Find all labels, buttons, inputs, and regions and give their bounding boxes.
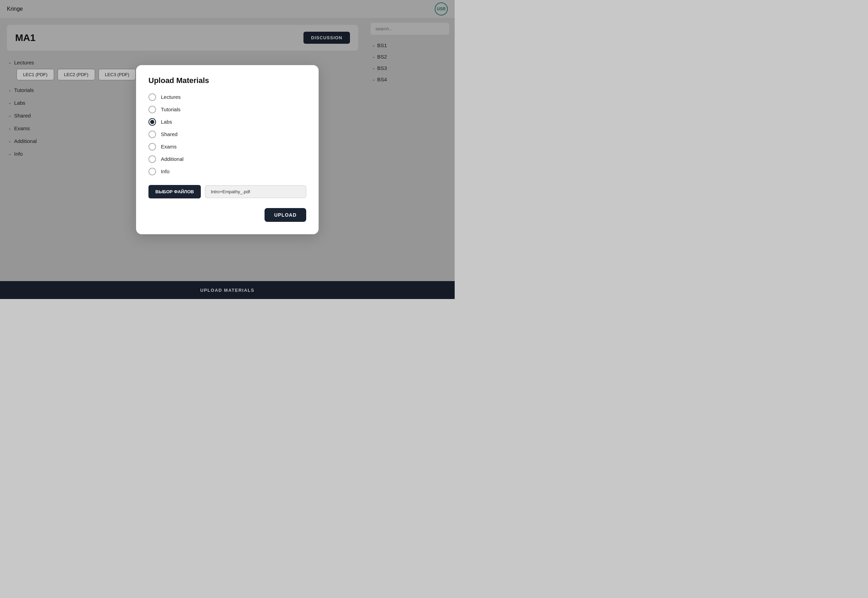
radio-label-exams: Exams	[161, 144, 177, 150]
radio-circle-shared	[148, 130, 156, 138]
radio-lectures[interactable]: Lectures	[148, 93, 306, 101]
modal-title: Upload Materials	[148, 76, 306, 85]
radio-circle-lectures	[148, 93, 156, 101]
radio-labs[interactable]: Labs	[148, 118, 306, 126]
radio-shared[interactable]: Shared	[148, 130, 306, 138]
radio-exams[interactable]: Exams	[148, 143, 306, 151]
radio-label-additional: Additional	[161, 156, 184, 162]
radio-label-info: Info	[161, 169, 169, 174]
upload-button[interactable]: UPLOAD	[264, 208, 306, 222]
modal-overlay[interactable]: Upload Materials Lectures Tutorials Labs…	[0, 0, 455, 299]
upload-modal: Upload Materials Lectures Tutorials Labs…	[136, 65, 318, 234]
radio-additional[interactable]: Additional	[148, 155, 306, 163]
radio-group: Lectures Tutorials Labs Shared Exams Add	[148, 93, 306, 175]
radio-circle-labs	[148, 118, 156, 126]
choose-files-button[interactable]: ВЫБОР ФАЙЛОВ	[148, 185, 201, 199]
radio-circle-info	[148, 168, 156, 175]
radio-label-lectures: Lectures	[161, 94, 181, 100]
radio-circle-exams	[148, 143, 156, 151]
radio-label-tutorials: Tutorials	[161, 106, 181, 112]
radio-circle-tutorials	[148, 106, 156, 113]
radio-tutorials[interactable]: Tutorials	[148, 106, 306, 113]
file-name-display: Intro+Empathy_.pdf	[205, 185, 306, 198]
radio-circle-additional	[148, 155, 156, 163]
file-row: ВЫБОР ФАЙЛОВ Intro+Empathy_.pdf	[148, 185, 306, 199]
radio-info[interactable]: Info	[148, 168, 306, 175]
radio-label-labs: Labs	[161, 119, 172, 125]
radio-label-shared: Shared	[161, 131, 178, 137]
upload-btn-row: UPLOAD	[148, 208, 306, 222]
